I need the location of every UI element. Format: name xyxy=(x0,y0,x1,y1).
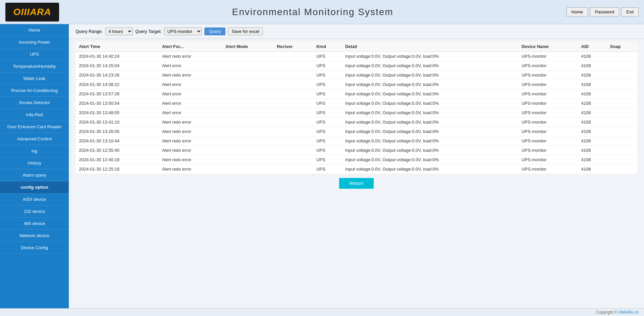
cell-1: Alert redo error xyxy=(158,165,222,174)
cell-4: UPS xyxy=(313,61,342,71)
sidebar-item-precise-ac[interactable]: Precise Air-Conditioning xyxy=(0,85,69,97)
cell-8 xyxy=(607,99,637,108)
cell-1: Alert error xyxy=(158,108,222,118)
cell-0: 2024-01-30 13:41:10 xyxy=(76,118,158,127)
sidebar-item-log[interactable]: log xyxy=(0,145,69,157)
cell-6: UPS-monitor xyxy=(518,155,578,165)
sidebar-item-water-leak[interactable]: Water Leak xyxy=(0,73,69,85)
cell-6: UPS-monitor xyxy=(518,61,578,71)
cell-5: Input voltage:0.0V, Output voltage:0.0V,… xyxy=(342,118,518,127)
cell-0: 2024-01-30 12:25:18 xyxy=(76,165,158,174)
sidebar-item-smoke-detector[interactable]: Smoke Detector xyxy=(0,97,69,109)
cell-1: Alert redo error xyxy=(158,155,222,165)
cell-7: 4108 xyxy=(578,155,607,165)
sidebar-item-ai-di-device[interactable]: AI/DI device xyxy=(0,193,69,206)
sidebar-item-485-device[interactable]: 485 device xyxy=(0,218,69,230)
sidebar-item-door-entrance[interactable]: Door Entrance Card Reader xyxy=(0,121,69,133)
return-area: Return xyxy=(76,174,637,193)
cell-3 xyxy=(273,99,313,108)
sidebar-item-alarm-query[interactable]: Alarm query xyxy=(0,169,69,181)
cell-6: UPS-monitor xyxy=(518,108,578,118)
cell-5: Input voltage:0.0V, Output voltage:0.0V,… xyxy=(342,71,518,80)
cell-6: UPS-monitor xyxy=(518,80,578,89)
cell-3 xyxy=(273,71,313,80)
sidebar-item-incoming-power[interactable]: Incoming Power xyxy=(0,36,69,48)
table-row: 2024-01-30 14:08:22Alert errorUPSInput v… xyxy=(76,80,637,89)
save-excel-button[interactable]: Save for excel xyxy=(228,28,263,35)
cell-0: 2024-01-30 12:55:40 xyxy=(76,146,158,155)
sidebar-item-232-device[interactable]: 232 device xyxy=(0,206,69,218)
cell-0: 2024-01-30 14:40:24 xyxy=(76,52,158,61)
col-reciver: Reciver xyxy=(273,42,313,52)
cell-2 xyxy=(222,118,273,127)
cell-8 xyxy=(607,127,637,136)
cell-0: 2024-01-30 14:23:26 xyxy=(76,71,158,80)
cell-2 xyxy=(222,155,273,165)
sidebar-item-history[interactable]: History xyxy=(0,157,69,169)
cell-1: Alert error xyxy=(158,99,222,108)
query-range-select[interactable]: 4 hours8 hours12 hours24 hours48 hours xyxy=(105,28,133,35)
col-alert-mode: Alert Mode xyxy=(222,42,273,52)
cell-4: UPS xyxy=(313,146,342,155)
cell-4: UPS xyxy=(313,99,342,108)
query-target-select[interactable]: UPS-monitorUPS-monitor2 xyxy=(164,28,202,35)
query-button[interactable]: Query xyxy=(204,28,225,35)
cell-7: 4108 xyxy=(578,118,607,127)
cell-4: UPS xyxy=(313,71,342,80)
main-content: Query Range: 4 hours8 hours12 hours24 ho… xyxy=(69,24,644,308)
sidebar-item-network-device[interactable]: Network device xyxy=(0,230,69,242)
table-row: 2024-01-30 13:57:28Alert errorUPSInput v… xyxy=(76,89,637,99)
exit-button[interactable]: Exit xyxy=(621,7,639,16)
cell-6: UPS-monitor xyxy=(518,136,578,146)
cell-8 xyxy=(607,155,637,165)
cell-5: Input voltage:0.0V, Output voltage:0.0V,… xyxy=(342,61,518,71)
cell-7: 4108 xyxy=(578,108,607,118)
cell-3 xyxy=(273,108,313,118)
table-row: 2024-01-30 13:41:10Alert redo errorUPSIn… xyxy=(76,118,637,127)
cell-0: 2024-01-30 14:25:04 xyxy=(76,61,158,71)
cell-3 xyxy=(273,136,313,146)
query-bar: Query Range: 4 hours8 hours12 hours24 ho… xyxy=(69,24,644,39)
cell-7: 4108 xyxy=(578,136,607,146)
cell-0: 2024-01-30 14:08:22 xyxy=(76,80,158,89)
cell-8 xyxy=(607,71,637,80)
cell-5: Input voltage:0.0V, Output voltage:0.0V,… xyxy=(342,127,518,136)
sidebar-item-device-config[interactable]: Device Config xyxy=(0,242,69,254)
cell-7: 4108 xyxy=(578,61,607,71)
sidebar-item-ups[interactable]: UPS xyxy=(0,48,69,60)
cell-7: 4108 xyxy=(578,80,607,89)
sidebar-item-config-option[interactable]: config option xyxy=(0,181,69,193)
cell-8 xyxy=(607,89,637,99)
sidebar-item-infa-red[interactable]: Infa-Red xyxy=(0,109,69,121)
cell-6: UPS-monitor xyxy=(518,146,578,155)
sidebar-item-temp-humidity[interactable]: Temperature/Humidity xyxy=(0,60,69,73)
logo-text: OIIIARA xyxy=(13,7,51,17)
table-row: 2024-01-30 14:23:26Alert redo errorUPSIn… xyxy=(76,71,637,80)
cell-8 xyxy=(607,61,637,71)
cell-3 xyxy=(273,52,313,61)
cell-8 xyxy=(607,108,637,118)
cell-0: 2024-01-30 13:26:05 xyxy=(76,127,158,136)
table-row: 2024-01-30 12:25:18Alert redo errorUPSIn… xyxy=(76,165,637,174)
cell-1: Alert redo error xyxy=(158,71,222,80)
cell-6: UPS-monitor xyxy=(518,52,578,61)
cell-4: UPS xyxy=(313,165,342,174)
table-row: 2024-01-30 13:10:44Alert redo errorUPSIn… xyxy=(76,136,637,146)
cell-5: Input voltage:0.0V, Output voltage:0.0V,… xyxy=(342,108,518,118)
cell-2 xyxy=(222,127,273,136)
return-button[interactable]: Return xyxy=(339,178,373,189)
home-button[interactable]: Home xyxy=(566,7,588,16)
cell-2 xyxy=(222,80,273,89)
sidebar-item-advanced-control[interactable]: Advanced Control xyxy=(0,133,69,145)
cell-2 xyxy=(222,146,273,155)
body: HomeIncoming PowerUPSTemperature/Humidit… xyxy=(0,24,644,308)
cell-0: 2024-01-30 12:40:18 xyxy=(76,155,158,165)
cell-3 xyxy=(273,61,313,71)
password-button[interactable]: Password xyxy=(590,7,619,16)
footer-link[interactable]: OMARA.cn xyxy=(618,310,639,315)
page-title: Environmental Monitoring System xyxy=(232,7,394,17)
cell-7: 4108 xyxy=(578,89,607,99)
cell-1: Alert redo error xyxy=(158,118,222,127)
sidebar-item-home[interactable]: Home xyxy=(0,24,69,36)
cell-5: Input voltage:0.0V, Output voltage:0.0V,… xyxy=(342,146,518,155)
